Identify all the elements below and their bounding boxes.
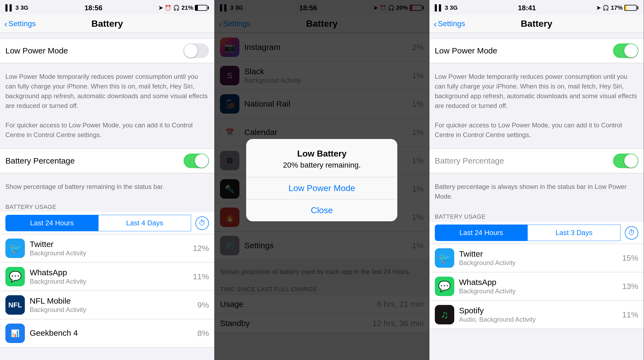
- whatsapp-name-1: WhatsApp: [30, 268, 193, 277]
- app-row-geek-1: 📊 Geekbench 4 8%: [0, 319, 214, 347]
- low-power-label-1: Low Power Mode: [5, 46, 68, 55]
- whatsapp-info-1: WhatsApp Background Activity: [30, 268, 193, 285]
- close-alert-btn[interactable]: Close: [246, 199, 397, 221]
- battery-pct-1: 21%: [181, 4, 193, 11]
- whatsapp-info-3: WhatsApp Background Activity: [459, 278, 622, 295]
- status-left-1: ▌▌ 3 3G: [5, 4, 28, 11]
- panel-1: ▌▌ 3 3G 18:56 ➤ ⏰ 🎧 21% ‹ Settings Batte…: [0, 0, 215, 360]
- battery-pct-label-3: Battery Percentage: [435, 156, 504, 165]
- battery-pct-desc-1: Show percentage of battery remaining in …: [0, 179, 214, 195]
- battery-icon-3: [624, 5, 638, 11]
- back-button-1[interactable]: ‹ Settings: [4, 19, 36, 28]
- tab-24h-1[interactable]: Last 24 Hours: [5, 215, 99, 231]
- battery-usage-header-1: BATTERY USAGE: [0, 200, 214, 212]
- low-power-desc-3: Low Power Mode temporarily reduces power…: [429, 69, 644, 143]
- nfl-info-1: NFL Mobile Background Activity: [30, 296, 197, 314]
- page-title-3: Battery: [521, 18, 552, 29]
- battery-pct-toggle-1[interactable]: [184, 154, 209, 168]
- low-power-desc-1: Low Power Mode temporarily reduces power…: [0, 69, 214, 143]
- battery-usage-header-3: BATTERY USAGE: [429, 210, 644, 222]
- toggle-knob-3: [624, 44, 638, 57]
- usage-info-btn-3[interactable]: ⏱: [625, 226, 638, 240]
- chevron-left-icon-1: ‹: [4, 19, 7, 28]
- signal-text-3: ▌▌ 3 3G: [435, 4, 458, 11]
- battery-pct-desc-3: Battery percentage is always shown in th…: [429, 179, 644, 205]
- alert-box: Low Battery 20% battery remaining. Low P…: [246, 139, 397, 221]
- location-icon-3: ➤: [596, 5, 601, 11]
- battery-pct-section-3: Battery Percentage: [429, 148, 644, 173]
- low-power-toggle-3[interactable]: [613, 43, 638, 58]
- status-left-3: ▌▌ 3 3G: [435, 4, 458, 11]
- usage-info-btn-1[interactable]: ⏱: [195, 216, 209, 230]
- battery-pct-section-1: Battery Percentage: [0, 148, 214, 173]
- low-power-mode-row-1: Low Power Mode: [0, 39, 214, 63]
- alert-title: Low Battery: [246, 139, 397, 161]
- page-title-1: Battery: [91, 18, 123, 29]
- status-bar-1: ▌▌ 3 3G 18:56 ➤ ⏰ 🎧 21%: [0, 0, 214, 15]
- app-row-twitter-1: 🐦 Twitter Background Activity 12%: [0, 234, 214, 263]
- geekbench-name-1: Geekbench 4: [30, 328, 197, 338]
- low-power-mode-alert-btn[interactable]: Low Power Mode: [246, 177, 397, 199]
- tab-3days-3[interactable]: Last 3 Days: [528, 225, 621, 241]
- alert-message: 20% battery remaining.: [246, 161, 397, 177]
- back-label-1[interactable]: Settings: [8, 19, 36, 28]
- battery-pct-toggle-3[interactable]: [613, 154, 638, 168]
- whatsapp-pct-1: 11%: [193, 272, 209, 281]
- chevron-left-icon-3: ‹: [434, 19, 437, 28]
- app-list-1: 🐦 Twitter Background Activity 12% 💬 What…: [0, 234, 214, 348]
- panel-3: ▌▌ 3 3G 18:41 ➤ 🎧 17% ‹ Settings Battery…: [429, 0, 644, 360]
- twitter-pct-3: 15%: [622, 253, 638, 263]
- whatsapp-pct-3: 13%: [622, 282, 638, 291]
- alarm-icon-1: ⏰: [165, 5, 171, 11]
- app-row-nfl-1: NFL NFL Mobile Background Activity 9%: [0, 291, 214, 319]
- twitter-sub-1: Background Activity: [30, 249, 193, 257]
- app-list-3: 🐦 Twitter Background Activity 15% 💬 What…: [429, 244, 644, 329]
- battery-pct-row-1: Battery Percentage: [0, 149, 214, 173]
- low-power-mode-row-3: Low Power Mode: [429, 39, 644, 63]
- nfl-name-1: NFL Mobile: [30, 296, 197, 305]
- low-power-mode-section-3: Low Power Mode: [429, 38, 644, 63]
- nav-bar-1: ‹ Settings Battery: [0, 15, 214, 33]
- usage-toggle-container-3: Last 24 Hours Last 3 Days ⏱: [429, 222, 644, 244]
- headphone-icon-3: 🎧: [602, 5, 609, 11]
- twitter-info-3: Twitter Background Activity: [459, 249, 622, 267]
- time-1: 18:56: [84, 4, 103, 12]
- panel-2: ▌▌ 3 3G 18:56 ➤ ⏰ 🎧 20% ‹ Settings Batte…: [215, 0, 429, 360]
- back-label-3[interactable]: Settings: [438, 19, 465, 28]
- headphone-icon-1: 🎧: [173, 5, 180, 11]
- battery-pct-3: 17%: [611, 4, 623, 11]
- signal-text-1: ▌▌ 3 3G: [5, 4, 28, 11]
- back-button-3[interactable]: ‹ Settings: [434, 19, 465, 28]
- nfl-pct-1: 9%: [197, 300, 209, 310]
- low-power-label-3: Low Power Mode: [435, 46, 497, 55]
- nav-bar-3: ‹ Settings Battery: [429, 15, 644, 33]
- spotify-pct-3: 11%: [622, 310, 638, 319]
- twitter-pct-1: 12%: [193, 244, 209, 253]
- overlay-2: Low Battery 20% battery remaining. Low P…: [215, 0, 429, 360]
- toggle-knob-1: [184, 44, 198, 57]
- content-3: Low Power Mode Low Power Mode temporaril…: [429, 33, 644, 360]
- twitter-icon-3: 🐦: [435, 248, 454, 268]
- tab-4days-1[interactable]: Last 4 Days: [99, 215, 191, 231]
- status-bar-3: ▌▌ 3 3G 18:41 ➤ 🎧 17%: [429, 0, 644, 15]
- battery-pct-row-3: Battery Percentage: [429, 149, 644, 173]
- status-right-3: ➤ 🎧 17%: [596, 4, 638, 11]
- app-row-whatsapp-3: 💬 WhatsApp Background Activity 13%: [429, 272, 644, 301]
- toggle-knob-pct-3: [624, 154, 638, 168]
- twitter-name-3: Twitter: [459, 249, 622, 259]
- whatsapp-icon-3: 💬: [435, 277, 454, 296]
- low-power-toggle-1[interactable]: [184, 43, 209, 58]
- app-row-spotify-3: ♫ Spotify Audio, Background Activity 11%: [429, 301, 644, 329]
- app-row-whatsapp-1: 💬 WhatsApp Background Activity 11%: [0, 263, 214, 291]
- whatsapp-sub-1: Background Activity: [30, 278, 193, 285]
- twitter-name-1: Twitter: [30, 240, 193, 249]
- whatsapp-icon-1: 💬: [5, 267, 25, 286]
- whatsapp-name-3: WhatsApp: [459, 278, 622, 287]
- twitter-sub-3: Background Activity: [459, 259, 622, 267]
- tab-24h-3[interactable]: Last 24 Hours: [435, 225, 528, 241]
- twitter-info-1: Twitter Background Activity: [30, 240, 193, 257]
- location-icon-1: ➤: [158, 5, 163, 11]
- content-1: Low Power Mode Low Power Mode temporaril…: [0, 33, 214, 360]
- usage-toggle-container-1: Last 24 Hours Last 4 Days ⏱: [0, 212, 214, 234]
- twitter-icon-1: 🐦: [5, 239, 25, 258]
